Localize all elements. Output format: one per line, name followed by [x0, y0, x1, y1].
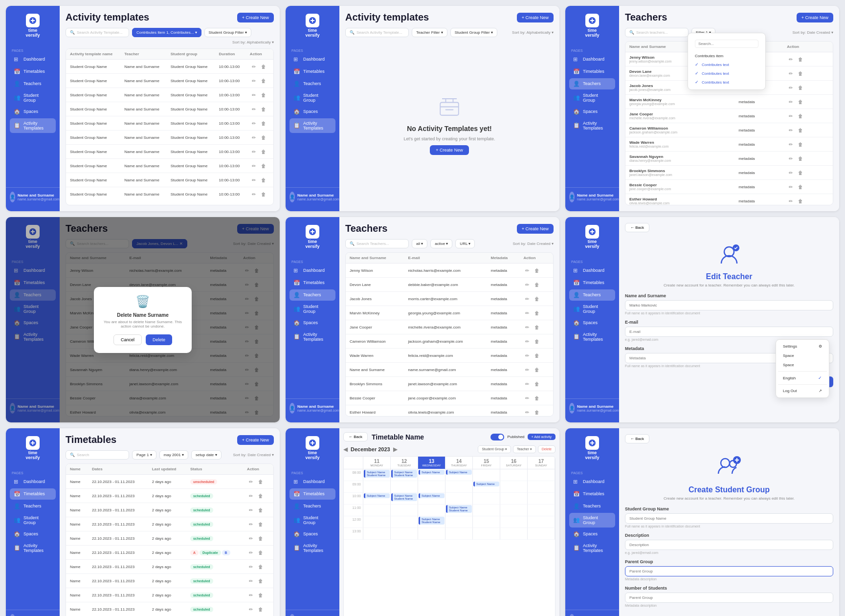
calendar-cell[interactable] [500, 469, 528, 481]
delete-icon[interactable]: 🗑 [257, 577, 265, 585]
delete-icon[interactable]: 🗑 [533, 337, 541, 345]
cancel-button[interactable]: Cancel [113, 334, 142, 345]
edit-icon[interactable]: ✏ [250, 105, 258, 113]
delete-button[interactable]: Delete [146, 334, 172, 345]
published-toggle-8[interactable]: Published [490, 434, 524, 440]
delete-icon[interactable]: 🗑 [533, 380, 541, 388]
sidebar-item-dashboard-8[interactable]: ⊞Dashboard [289, 476, 335, 487]
email-input-6[interactable] [625, 327, 833, 337]
delete-icon[interactable]: 🗑 [533, 309, 541, 317]
delete-icon[interactable]: 🗑 [260, 119, 267, 127]
calendar-cell[interactable]: Subject Name [473, 481, 500, 493]
sidebar-item-spaces-2[interactable]: 🏠Spaces [289, 106, 335, 117]
delete-icon[interactable]: 🗑 [533, 366, 541, 374]
dropdown-item-4-3[interactable]: ✓Contributes text [691, 78, 762, 87]
sidebar-item-dashboard-5[interactable]: ⊞Dashboard [289, 265, 335, 276]
delete-icon[interactable]: 🗑 [257, 591, 265, 599]
delete-icon[interactable]: 🗑 [533, 266, 541, 274]
calendar-cell[interactable] [528, 481, 555, 493]
delete-icon[interactable]: 🗑 [797, 154, 804, 162]
calendar-event[interactable]: Subject Name Student Name [446, 505, 472, 513]
calendar-cell[interactable] [363, 516, 391, 528]
context-space2-6[interactable]: Space [778, 360, 827, 370]
sidebar-item-activity-templates-2[interactable]: 📋Activity Templates [289, 118, 335, 133]
date-filter-7[interactable]: may 2001 ▾ [159, 450, 188, 460]
delete-icon[interactable]: 🗑 [533, 295, 541, 303]
edit-icon[interactable]: ✏ [250, 176, 258, 184]
sidebar-item-timetables-6[interactable]: 📅Timetables [569, 277, 615, 288]
edit-icon[interactable]: ✏ [523, 337, 531, 345]
calendar-cell[interactable] [445, 516, 473, 528]
num-students-input-9[interactable] [625, 593, 833, 603]
sidebar-item-spaces-3[interactable]: 🏠Spaces [569, 106, 615, 117]
calendar-cell[interactable] [418, 505, 445, 516]
edit-icon[interactable]: ✏ [787, 112, 795, 120]
sidebar-item-timetables-1[interactable]: 📅Timetables [10, 66, 56, 77]
create-button-1[interactable]: + Create New [237, 13, 274, 22]
sidebar-item-activity-templates-3[interactable]: 📋Activity Templates [569, 118, 615, 133]
calendar-cell[interactable]: Subject Name Student Name [445, 505, 473, 516]
delete-icon[interactable]: 🗑 [797, 98, 804, 106]
sidebar-item-activity-templates-8[interactable]: 📋Activity Templates [289, 541, 335, 555]
delete-icon[interactable]: 🗑 [260, 63, 267, 70]
sidebar-item-teachers-9[interactable]: 👤Teachers [569, 501, 615, 512]
edit-icon[interactable]: ✏ [250, 63, 258, 70]
calendar-cell[interactable]: Subject Name Student Name [418, 516, 445, 528]
calendar-cell[interactable] [528, 469, 555, 481]
sidebar-item-timetables-8[interactable]: 📅Timetables [289, 488, 335, 500]
sidebar-item-student-group-6[interactable]: 👥Student Group [569, 302, 615, 316]
edit-icon[interactable]: ✏ [250, 190, 258, 198]
delete-icon[interactable]: 🗑 [257, 549, 265, 556]
name-input-6[interactable] [625, 300, 833, 310]
back-button-8[interactable]: ← Back [343, 432, 368, 441]
edit-icon[interactable]: ✏ [787, 84, 795, 91]
search-input-1[interactable]: 🔍 Search Activity Template... [66, 28, 129, 37]
filter-all-5[interactable]: all ▾ [412, 239, 427, 248]
context-logout-6[interactable]: Log Out↗ [778, 386, 827, 396]
delete-icon[interactable]: 🗑 [533, 281, 541, 288]
sidebar-item-timetables-9[interactable]: 📅Timetables [569, 488, 615, 500]
teacher-filter-1[interactable]: Contributes Item 1, Contributes... ▾ [132, 28, 201, 37]
sidebar-item-spaces-6[interactable]: 🏠Spaces [569, 317, 615, 329]
calendar-cell[interactable] [445, 528, 473, 540]
student-group-filter-1[interactable]: Student Group Filter ▾ [204, 28, 251, 37]
edit-icon[interactable]: ✏ [250, 148, 258, 155]
calendar-cell[interactable] [473, 505, 500, 516]
edit-icon[interactable]: ✏ [247, 478, 255, 485]
edit-icon[interactable]: ✏ [250, 133, 258, 141]
delete-icon[interactable]: 🗑 [797, 169, 804, 176]
delete-icon[interactable]: 🗑 [260, 148, 267, 155]
calendar-cell[interactable]: Subject Name [363, 493, 391, 505]
calendar-event[interactable]: Subject Name [473, 482, 499, 486]
calendar-cell[interactable] [363, 528, 391, 540]
calendar-cell[interactable] [445, 493, 473, 505]
calendar-cell[interactable] [473, 528, 500, 540]
calendar-cell[interactable] [500, 481, 528, 493]
delete-icon[interactable]: 🗑 [257, 563, 265, 571]
delete-icon[interactable]: 🗑 [797, 183, 804, 191]
search-input-3[interactable]: 🔍 Search teachers... [625, 28, 689, 37]
delete-icon[interactable]: 🗑 [533, 408, 541, 416]
date2-filter-7[interactable]: setup date ▾ [191, 450, 222, 460]
delete-icon[interactable]: 🗑 [260, 176, 267, 184]
sidebar-item-activity-templates-7[interactable]: 📋Activity Templates [10, 541, 56, 555]
sidebar-item-teachers-5[interactable]: 👤Teachers [289, 289, 335, 301]
calendar-event[interactable]: Subject Name Student Name [419, 517, 445, 525]
calendar-cell[interactable] [391, 481, 418, 493]
sidebar-item-timetables-7[interactable]: 📅Timetables [10, 488, 56, 500]
dropdown-item-2-3[interactable]: ✓Contributes text [691, 60, 762, 69]
sidebar-item-student-group-7[interactable]: 👥Student Group [10, 513, 56, 528]
create-button-2[interactable]: + Create New [517, 13, 554, 22]
sidebar-item-timetables-5[interactable]: 📅Timetables [289, 277, 335, 288]
edit-icon[interactable]: ✏ [247, 549, 255, 556]
calendar-cell[interactable] [473, 493, 500, 505]
sidebar-item-spaces-9[interactable]: 🏠Spaces [569, 528, 615, 540]
sidebar-item-student-group-3[interactable]: 👥Student Group [569, 90, 615, 105]
edit-icon[interactable]: ✏ [787, 126, 795, 134]
edit-icon[interactable]: ✏ [247, 605, 255, 613]
delete-icon[interactable]: 🗑 [260, 190, 267, 198]
delete-icon[interactable]: 🗑 [797, 197, 804, 205]
edit-icon[interactable]: ✏ [523, 295, 531, 303]
calendar-cell[interactable] [418, 528, 445, 540]
teacher-filter-8[interactable]: Teacher ▾ [513, 445, 536, 453]
